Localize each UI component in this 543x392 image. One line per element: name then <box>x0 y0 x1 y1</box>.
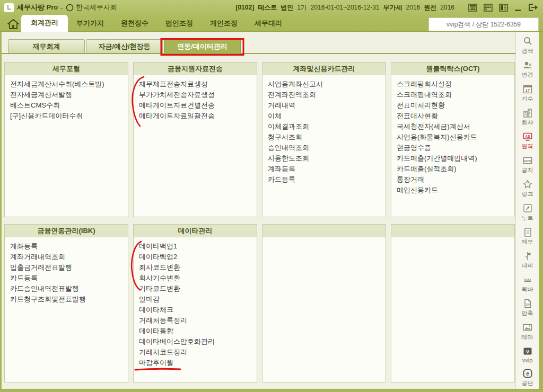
notice-envelope-icon: NEW <box>522 155 533 166</box>
menu-item[interactable]: 입출금거래전표발행 <box>10 262 126 273</box>
menu-item[interactable]: 카드매출(기간별매입내역) <box>397 153 512 164</box>
sidebar-item-theme[interactable]: 테마 <box>522 322 533 341</box>
app-title: 세무사랑 Pro <box>17 3 58 12</box>
tab-link-data-management[interactable]: 연동/데이터관리 <box>164 39 241 53</box>
sidebar-item-remote[interactable]: AS 원격 <box>522 131 533 150</box>
tab-financial-accounting[interactable]: 재무회계 <box>8 39 85 53</box>
home-icon[interactable] <box>5 17 21 31</box>
menu-item[interactable]: 사용한도조회 <box>268 153 383 164</box>
menu-item[interactable]: [구]신용카드데이터수취 <box>10 111 126 121</box>
menu-item[interactable]: 전표미처리현황 <box>397 100 512 111</box>
menu-item[interactable]: 마감후이월 <box>139 358 255 368</box>
org-name: 한국세무사회 <box>76 3 117 12</box>
panel-tax-portal: 세무포털 전자세금계산서수취(베스트빌)전자세금계산서발행베스트CMS수취[구]… <box>4 62 128 217</box>
menu-item[interactable]: 데이타체크 <box>139 305 255 315</box>
sidebar-item-memo[interactable]: 메모 <box>522 227 533 246</box>
search-input[interactable] <box>428 17 539 31</box>
menu-item[interactable]: 재무제표전송자료생성 <box>139 79 255 90</box>
menu-item[interactable]: 거래처등록정리 <box>139 315 255 326</box>
menu-item[interactable]: 계좌거래내역조회 <box>10 252 126 262</box>
session-period: 2016-01-01~2016-12-31 <box>311 4 380 11</box>
sidebar-item-quickbar[interactable]: 퀵바 <box>522 274 533 293</box>
nav-tab-tax-agency[interactable]: 세무대리 <box>246 15 291 32</box>
sidebar-label: 링크 <box>522 190 533 198</box>
session-term: 1기 <box>297 3 307 12</box>
menu-item[interactable]: 카드매출(실적조회) <box>397 164 512 174</box>
panel-menu-list: 사업용계좌신고서전계좌잔액조회거래내역이체이체결과조회청구서조회승인내역조회사용… <box>262 75 386 217</box>
menu-item[interactable]: 계좌등록 <box>10 241 126 252</box>
menu-item[interactable]: 스크래핑회사설정 <box>397 79 512 90</box>
sidebar-item-zip[interactable]: ZIP 압축 <box>522 298 533 317</box>
calculator-grid-icon[interactable] <box>468 4 477 12</box>
menu-item[interactable]: 계좌등록 <box>268 164 383 174</box>
menu-item[interactable]: 데이타백업1 <box>139 241 255 252</box>
menu-item[interactable]: 카드등록 <box>10 273 126 283</box>
menu-item[interactable]: 기타코드변환 <box>139 283 255 294</box>
nav-tab-corporate-adjust[interactable]: 법인조정 <box>157 15 202 32</box>
org-logo-icon <box>66 4 74 12</box>
sidebar-item-note[interactable]: 노트 <box>522 203 533 222</box>
session-vat-year: 2016 <box>406 4 421 11</box>
menu-item[interactable]: 사업용계좌신고서 <box>268 79 383 90</box>
menu-item[interactable]: 통장거래 <box>397 174 512 185</box>
sidebar-label: 압축 <box>522 309 533 317</box>
menu-item[interactable]: 메타게이트자료건별전송 <box>139 100 255 111</box>
menu-item[interactable]: 전계좌잔액조회 <box>268 90 383 100</box>
menu-item[interactable]: 이체 <box>268 111 383 121</box>
menu-item[interactable]: 회사코드변환 <box>139 262 255 273</box>
menu-item[interactable]: 회사기수변환 <box>139 273 255 283</box>
menu-item[interactable]: 거래처코드정리 <box>139 347 255 358</box>
menu-item[interactable]: 카드승인내역전표발행 <box>10 283 126 294</box>
panel-financial-support-transfer: 금융지원자료전송 재무제표전송자료생성부가가치세전송자료생성메타게이트자료건별전… <box>133 62 257 217</box>
company-buildings-icon <box>522 108 533 118</box>
panel-account-card-management: 계좌및신용카드관리 사업용계좌신고서전계좌잔액조회거래내역이체이체결과조회청구서… <box>262 62 386 217</box>
panel-title <box>391 225 514 237</box>
menu-item[interactable]: 전자세금계산서수취(베스트빌) <box>10 79 126 90</box>
panel-menu-list: 스크래핑회사설정스크래핑내역조회전표미처리현황전표대사현황국세청전자(세금)계산… <box>391 75 514 217</box>
menu-item[interactable]: 사업용(화물복지)신용카드 <box>397 132 512 142</box>
menu-item[interactable]: 전표대사현황 <box>397 111 512 121</box>
right-toolbar: 검색 변경 17 기수 회사 AS 원격 NEW 공지 링크 노트 메모 네비 … <box>515 32 539 389</box>
nav-tab-withholding[interactable]: 원천징수 <box>112 15 157 32</box>
sidebar-item-notice[interactable]: NEW 공지 <box>522 155 533 174</box>
sidebar-label: 메모 <box>522 238 533 246</box>
menu-item[interactable]: 데이타베이스암호화관리 <box>139 336 255 347</box>
nav-tab-vat[interactable]: 부가가치 <box>68 15 112 32</box>
panel-menu-list <box>262 237 386 382</box>
menu-item[interactable]: 승인내역조회 <box>268 142 383 153</box>
menu-item[interactable]: 매입신용카드 <box>397 185 512 195</box>
user-change-icon <box>522 60 533 70</box>
sidebar-item-change[interactable]: 변경 <box>522 60 533 79</box>
exit-icon[interactable] <box>528 3 539 12</box>
menu-item[interactable]: 메타게이트자료일괄전송 <box>139 111 255 121</box>
menu-item[interactable]: 국세청전자(세금)계산서 <box>397 121 512 132</box>
menu-item[interactable]: 베스트CMS수취 <box>10 100 126 111</box>
sidebar-item-link[interactable]: 링크 <box>522 179 533 198</box>
tab-funds-budget[interactable]: 자금/예산/현장등 <box>86 39 163 53</box>
sidebar-item-term[interactable]: 17 기수 <box>522 84 533 103</box>
sidebar-item-navi[interactable]: 네비 <box>522 251 533 270</box>
menu-item[interactable]: 일마감 <box>139 294 255 305</box>
nav-tab-accounting[interactable]: 회계관리 <box>21 15 68 32</box>
sidebar-item-company[interactable]: 회사 <box>522 108 533 127</box>
menu-item[interactable]: 카드청구조회및전표발행 <box>10 294 126 305</box>
menu-item[interactable]: 부가가치세전송자료생성 <box>139 90 255 100</box>
menu-item[interactable]: 청구서조회 <box>268 132 383 142</box>
menu-item[interactable]: 전자세금계산서발행 <box>10 90 126 100</box>
ledger-book-icon[interactable] <box>499 4 508 12</box>
search-icon <box>522 36 533 47</box>
menu-item[interactable]: 이체결과조회 <box>268 121 383 132</box>
sidebar-item-search[interactable]: 검색 <box>522 36 533 55</box>
zip-file-icon: ZIP <box>522 298 533 309</box>
sidebar-item-gongdan[interactable]: e 공단 <box>522 368 533 387</box>
menu-item[interactable]: 데이타통합 <box>139 326 255 336</box>
menu-item[interactable]: 카드등록 <box>268 174 383 185</box>
table-grid-icon[interactable] <box>484 4 493 12</box>
menu-item[interactable]: 거래내역 <box>268 100 383 111</box>
nav-tab-individual-adjust[interactable]: 개인조정 <box>202 15 246 32</box>
sidebar-item-vvip[interactable]: V vvip <box>522 346 533 363</box>
minimize-icon[interactable] <box>514 4 522 12</box>
menu-item[interactable]: 데이타백업2 <box>139 252 255 262</box>
menu-item[interactable]: 현금영수증 <box>397 142 512 153</box>
menu-item[interactable]: 스크래핑내역조회 <box>397 90 512 100</box>
